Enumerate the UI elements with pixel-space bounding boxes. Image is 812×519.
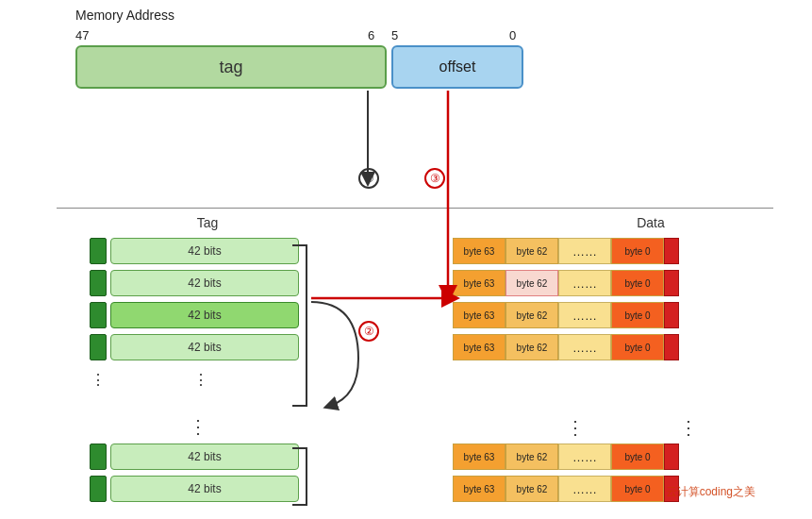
extra-data-byte0-2: byte 0 xyxy=(611,476,664,502)
bottom-dots-data: ⋮ ⋮ xyxy=(566,415,702,441)
data-row-2-highlighted: byte 63 byte 62 …… byte 0 xyxy=(453,270,679,296)
watermark: 云计算coding之美 xyxy=(666,484,755,500)
data-byte62-4: byte 62 xyxy=(505,334,558,360)
data-byte62-3: byte 62 xyxy=(505,302,558,328)
data-red-end-1 xyxy=(664,238,679,264)
tag-row-4: 42 bits xyxy=(90,334,299,360)
bit-0-label: 0 xyxy=(509,28,516,42)
data-ellipsis-1: …… xyxy=(558,238,611,264)
tag-bits-4: 42 bits xyxy=(110,334,299,360)
data-rows-container: byte 63 byte 62 …… byte 0 byte 63 byte 6… xyxy=(453,238,679,366)
extra-data-byte62-2: byte 62 xyxy=(505,476,558,502)
annotation-circle-2: ② xyxy=(358,321,379,342)
bit-6-label: 6 xyxy=(368,28,374,42)
data-red-end-4 xyxy=(664,334,679,360)
tag-bits-label-3: 42 bits xyxy=(188,309,221,322)
bottom-bracket-svg xyxy=(288,444,344,510)
extra-tag-bits-1: 42 bits xyxy=(110,444,299,470)
section-divider xyxy=(57,208,773,209)
offset-box-label: offset xyxy=(439,59,476,75)
tag-bits-2: 42 bits xyxy=(110,270,299,296)
extra-data-byte0-1: byte 0 xyxy=(611,444,664,470)
tag-dots-text: ⋮ xyxy=(107,371,295,389)
extra-tag-indicator-1 xyxy=(90,444,107,470)
data-ellipsis-3: …… xyxy=(558,302,611,328)
extra-data-row-1: byte 63 byte 62 …… byte 0 xyxy=(453,444,679,470)
tag-box: tag xyxy=(75,45,387,89)
bracket-svg xyxy=(288,241,344,410)
extra-data-byte62-1: byte 62 xyxy=(505,444,558,470)
bottom-dots-tag: ⋮ xyxy=(189,415,211,438)
tag-indicator-3 xyxy=(90,302,107,328)
extra-data-row-2: byte 63 byte 62 …… byte 0 xyxy=(453,476,679,502)
data-byte62-2-highlighted: byte 62 xyxy=(505,270,558,296)
extra-data-ellipsis-1: …… xyxy=(558,444,611,470)
data-byte63-4: byte 63 xyxy=(453,334,505,360)
tag-dots-indicator: ⋮ xyxy=(90,371,107,389)
extra-tag-indicator-2 xyxy=(90,476,107,502)
data-byte0-1: byte 0 xyxy=(611,238,664,264)
tag-box-label: tag xyxy=(219,58,242,77)
extra-tag-row-1: 42 bits xyxy=(90,444,299,470)
extra-data-byte63-1: byte 63 xyxy=(453,444,505,470)
tag-bits-label-4: 42 bits xyxy=(188,341,221,354)
diagram-container: Memory Address 47 6 5 0 tag offset Tag D… xyxy=(0,0,812,519)
tag-row-2: 42 bits xyxy=(90,270,299,296)
data-red-end-3 xyxy=(664,302,679,328)
data-ellipsis-4: …… xyxy=(558,334,611,360)
data-red-end-2 xyxy=(664,270,679,296)
extra-data-red-end-1 xyxy=(664,444,679,470)
data-column-label: Data xyxy=(566,215,736,230)
data-byte63-1: byte 63 xyxy=(453,238,505,264)
tag-bits-3: 42 bits xyxy=(110,302,299,328)
extra-data-rows-container: byte 63 byte 62 …… byte 0 byte 63 byte 6… xyxy=(453,444,679,508)
tag-indicator-2 xyxy=(90,270,107,296)
tag-row-1: 42 bits xyxy=(90,238,299,264)
offset-box: offset xyxy=(391,45,523,89)
tag-dots-row: ⋮ ⋮ xyxy=(90,366,299,393)
tag-bits-label-1: 42 bits xyxy=(188,244,221,258)
data-byte62-1: byte 62 xyxy=(505,238,558,264)
tag-indicator-1 xyxy=(90,238,107,264)
extra-tag-row-2: 42 bits xyxy=(90,476,299,502)
annotation-circle-3: ③ xyxy=(424,168,445,189)
extra-data-ellipsis-2: …… xyxy=(558,476,611,502)
annotation-circle-1: ① xyxy=(358,168,379,189)
memory-address-label: Memory Address xyxy=(75,8,174,23)
extra-tag-bits-2: 42 bits xyxy=(110,476,299,502)
data-ellipsis-2: …… xyxy=(558,270,611,296)
tag-indicator-4 xyxy=(90,334,107,360)
data-byte63-3: byte 63 xyxy=(453,302,505,328)
tag-row-3-highlighted: 42 bits xyxy=(90,302,299,328)
data-byte0-2: byte 0 xyxy=(611,270,664,296)
tag-column-label: Tag xyxy=(151,215,264,230)
data-row-3: byte 63 byte 62 …… byte 0 xyxy=(453,302,679,328)
data-byte63-2: byte 63 xyxy=(453,270,505,296)
tag-bits-label-2: 42 bits xyxy=(188,276,221,290)
tag-bits-1: 42 bits xyxy=(110,238,299,264)
data-byte0-3: byte 0 xyxy=(611,302,664,328)
bit-47-label: 47 xyxy=(75,28,89,42)
extra-tag-bits-label-2: 42 bits xyxy=(188,482,221,495)
bit-5-label: 5 xyxy=(391,28,398,42)
extra-data-byte63-2: byte 63 xyxy=(453,476,505,502)
extra-tag-bits-label-1: 42 bits xyxy=(188,450,221,463)
data-row-1: byte 63 byte 62 …… byte 0 xyxy=(453,238,679,264)
extra-tag-rows-container: 42 bits 42 bits xyxy=(90,444,299,508)
data-byte0-4: byte 0 xyxy=(611,334,664,360)
data-row-4: byte 63 byte 62 …… byte 0 xyxy=(453,334,679,360)
tag-rows-container: 42 bits 42 bits 42 bits 42 bits ⋮ xyxy=(90,238,299,398)
